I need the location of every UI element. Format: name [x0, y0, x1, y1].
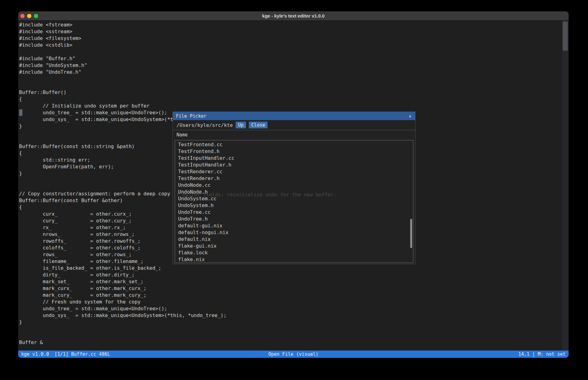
code-line[interactable]: // Fresh undo system for the copy	[19, 299, 561, 305]
file-list-scrollbar-thumb[interactable]	[410, 219, 412, 248]
file-item[interactable]: default.nix	[175, 236, 413, 243]
file-item[interactable]: TestFrontend.cc	[175, 141, 413, 148]
editor-scrollbar-thumb[interactable]	[563, 22, 568, 51]
code-line[interactable]	[19, 332, 561, 339]
file-item[interactable]: default-gui.nix	[175, 222, 413, 229]
close-icon[interactable]: ✕	[408, 114, 412, 119]
code-line[interactable]: mark_set_ = other.mark_set_;	[19, 278, 561, 285]
traffic-lights	[18, 14, 38, 18]
file-item[interactable]: flake.nix	[175, 256, 413, 263]
code-line[interactable]: undo_sys_ = std::make_unique<UndoSystem>…	[19, 312, 561, 319]
file-list[interactable]: TestFrontend.cc TestFrontend.h TestInput…	[175, 140, 413, 263]
current-path: /Users/kyle/src/kte	[177, 122, 233, 128]
window-title: kge - kyle's text editor v1.0.0	[18, 13, 569, 18]
file-item[interactable]: UndoSystem.h	[175, 202, 413, 209]
file-item[interactable]: default-nogui.nix	[175, 229, 413, 236]
code-line[interactable]	[19, 76, 561, 82]
code-line[interactable]: mark_curx_ = other.mark_curx_;	[19, 285, 561, 292]
file-item[interactable]: UndoTree.h	[175, 216, 413, 222]
code-line[interactable]: {	[19, 96, 561, 103]
code-line[interactable]: Buffer &	[19, 339, 561, 346]
code-line[interactable]: // Initialize undo system per buffer	[19, 103, 561, 109]
code-line[interactable]: is_file_backed_ = other.is_file_backed_;	[19, 265, 561, 272]
up-button[interactable]: Up	[236, 122, 246, 128]
code-line[interactable]	[19, 326, 561, 332]
editor-window: kge - kyle's text editor v1.0.0 #include…	[18, 11, 569, 358]
file-item[interactable]: TestRenderer.h	[175, 175, 413, 182]
minimize-window-button[interactable]	[27, 14, 31, 18]
text-cursor	[19, 109, 22, 116]
code-line[interactable]: #include <sstream>	[19, 28, 561, 35]
code-line[interactable]: #include <filesystem>	[19, 35, 561, 42]
code-line[interactable]: #include "UndoTree.h"	[19, 69, 561, 76]
code-line[interactable]: #include <cstdlib>	[19, 42, 561, 49]
file-picker-title: File Picker	[176, 113, 206, 119]
code-line[interactable]: #include <fstream>	[19, 22, 561, 28]
file-item[interactable]: TestRenderer.cc	[175, 168, 413, 175]
file-item[interactable]: UndoSystem.cc	[175, 195, 413, 202]
code-line[interactable]: dirty_ = other.dirty_;	[19, 272, 561, 278]
code-line[interactable]: undo_tree_ = std::make_unique<UndoTree>(…	[19, 305, 561, 312]
file-item[interactable]: UndoNode.h	[175, 189, 413, 195]
file-picker-dialog: File Picker ✕ /Users/kyle/src/kte Up Clo…	[173, 112, 415, 264]
code-line[interactable]: }	[19, 319, 561, 326]
status-bar: kge v1.0.0 [1/1] Buffer.cc 486L Open Fil…	[18, 351, 569, 358]
column-header-name: Name	[173, 130, 415, 140]
file-items: TestFrontend.cc TestFrontend.h TestInput…	[175, 140, 413, 263]
file-item[interactable]: TestInputHandler.h	[175, 162, 413, 168]
close-window-button[interactable]	[20, 14, 25, 18]
file-item[interactable]: UndoNode.cc	[175, 182, 413, 189]
code-line[interactable]	[19, 49, 561, 55]
status-mode: Open File (visual)	[18, 351, 569, 357]
close-button[interactable]: Close	[249, 122, 268, 128]
file-item[interactable]: flake-gui.nix	[175, 243, 413, 249]
code-line[interactable]: #include "UndoSystem.h"	[19, 62, 561, 69]
file-item[interactable]: TestInputHandler.cc	[175, 155, 413, 162]
code-line[interactable]	[19, 82, 561, 89]
titlebar[interactable]: kge - kyle's text editor v1.0.0	[18, 11, 569, 21]
file-item[interactable]: TestFrontend.h	[175, 148, 413, 155]
file-item[interactable]: flake.lock	[175, 249, 413, 256]
file-picker-titlebar[interactable]: File Picker ✕	[173, 112, 415, 120]
file-item[interactable]: UndoTree.cc	[175, 209, 413, 216]
code-line[interactable]: #include "Buffer.h"	[19, 55, 561, 62]
path-row: /Users/kyle/src/kte Up Close	[173, 120, 415, 130]
code-line[interactable]: Buffer::Buffer()	[19, 89, 561, 96]
zoom-window-button[interactable]	[34, 14, 38, 18]
code-line[interactable]: mark_cury_ = other.mark_cury_;	[19, 292, 561, 299]
editor-scrollbar[interactable]	[562, 21, 569, 351]
